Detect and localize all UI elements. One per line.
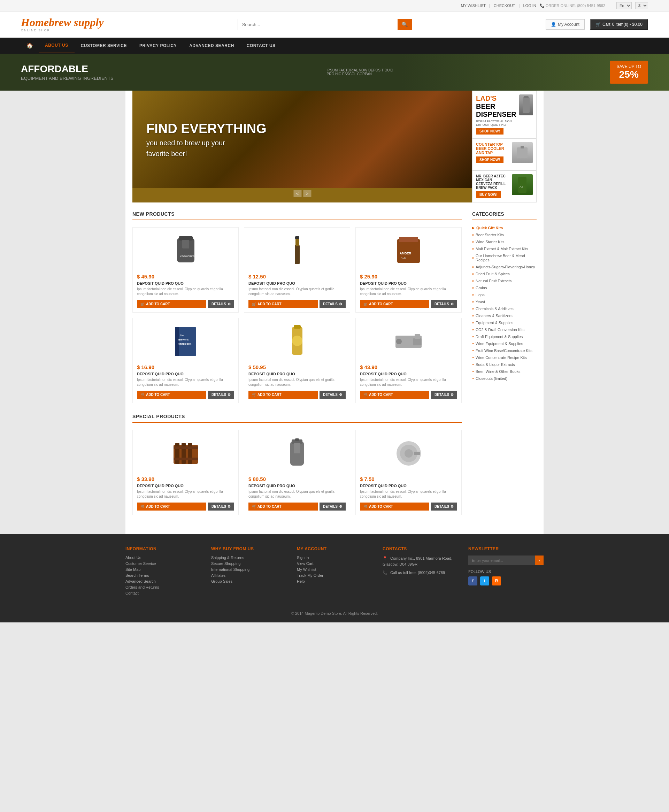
svg-text:AMBER: AMBER	[400, 252, 411, 255]
logo[interactable]: Homebrew supply ONLINE SHOP	[21, 17, 104, 32]
ad1-title: LAD'S BEER DISPENSER	[476, 94, 516, 118]
nav-home[interactable]: 🏠	[21, 38, 39, 54]
footer-affiliates[interactable]: Affiliates	[211, 573, 286, 577]
ad3-buy-now[interactable]: BUY NOW!	[476, 191, 501, 198]
footer-help[interactable]: Help	[297, 579, 372, 583]
checkout-link[interactable]: CHECKOUT	[494, 3, 515, 8]
category-hops[interactable]: » Hops	[472, 291, 536, 298]
footer-customer-service[interactable]: Customer Service	[126, 562, 201, 566]
details-2[interactable]: DETAILS ⚙	[319, 300, 346, 308]
cat-arrow-icon: ▶	[472, 226, 474, 230]
social-icons: f t R	[468, 577, 543, 585]
category-co2[interactable]: » CO2 & Draft Conversion Kits	[472, 326, 536, 333]
slider-prev[interactable]: <	[293, 190, 301, 197]
facebook-icon[interactable]: f	[468, 577, 477, 585]
add-to-cart-4[interactable]: 🛒ADD TO CART	[137, 391, 206, 399]
login-link[interactable]: LOG IN	[523, 3, 536, 8]
footer-search-terms[interactable]: Search Terms	[126, 573, 201, 577]
category-beer-starter[interactable]: » Beer Starter Kits	[472, 231, 536, 239]
ad3-title: MR. BEER AZTEC MEXICAN CERVEZA REFILL BR…	[476, 174, 509, 190]
category-grains[interactable]: » Grains	[472, 284, 536, 291]
product-card-2: $ 12.50 DEPOSIT QUID PRO QUO Ipsum facto…	[244, 227, 350, 313]
add-to-cart-6[interactable]: 🛒ADD TO CART	[360, 391, 429, 399]
add-to-cart-2[interactable]: 🛒ADD TO CART	[249, 300, 318, 308]
nav-contact-us[interactable]: CONTACT US	[240, 38, 282, 53]
category-draft[interactable]: » Draft Equipment & Supplies	[472, 333, 536, 340]
new-products-grid: KEGWORKS $ 45.90 DEPOSIT QUID PRO QUO Ip…	[133, 227, 462, 403]
rss-icon[interactable]: R	[492, 577, 501, 585]
details-3[interactable]: DETAILS ⚙	[431, 300, 457, 308]
special-details-3[interactable]: DETAILS ⚙	[431, 503, 457, 511]
my-account-button[interactable]: 👤 My Account	[546, 19, 585, 30]
add-to-cart-1[interactable]: 🛒ADD TO CART	[137, 300, 206, 308]
special-details-1[interactable]: DETAILS ⚙	[208, 503, 234, 511]
footer-group-sales[interactable]: Group Sales	[211, 579, 286, 583]
special-product-img-3	[360, 434, 457, 472]
details-5[interactable]: DETAILS ⚙	[319, 391, 346, 399]
details-6[interactable]: DETAILS ⚙	[431, 391, 457, 399]
special-details-2[interactable]: DETAILS ⚙	[319, 503, 346, 511]
category-yeast[interactable]: » Yeast	[472, 298, 536, 305]
category-natural-fruit[interactable]: » Natural Fruit Extracts	[472, 277, 536, 284]
newsletter-submit[interactable]: ›	[535, 555, 543, 565]
svg-rect-3	[521, 146, 524, 148]
twitter-icon[interactable]: t	[480, 577, 489, 585]
footer-secure-shopping[interactable]: Secure Shopping	[211, 562, 286, 566]
special-add-to-cart-1[interactable]: 🛒ADD TO CART	[137, 503, 206, 511]
footer-about-us[interactable]: About Us	[126, 555, 201, 560]
details-1[interactable]: DETAILS ⚙	[208, 300, 234, 308]
special-add-to-cart-3[interactable]: 🛒ADD TO CART	[360, 503, 429, 511]
nav-about-us[interactable]: ABOUT US	[39, 38, 74, 53]
category-chemicals[interactable]: » Chemicals & Additives	[472, 305, 536, 312]
category-books[interactable]: » Beer, Wine & Other Books	[472, 368, 536, 375]
category-wine-concentrate[interactable]: » Wine Concentrate Recipe Kits	[472, 354, 536, 361]
svg-text:KEGWORKS: KEGWORKS	[180, 255, 195, 257]
footer-track-order[interactable]: Track My Order	[297, 573, 372, 577]
top-bar-right: En $	[616, 2, 648, 9]
language-select[interactable]: En	[616, 2, 632, 9]
search-input[interactable]	[238, 19, 412, 30]
category-homebrew-beer[interactable]: » Our Homebrew Beer & Mead Recipes	[472, 252, 536, 264]
footer-international[interactable]: International Shopping	[211, 567, 286, 572]
category-adjuncts[interactable]: » Adjuncts-Sugars-Flavorings-Honey	[472, 264, 536, 271]
category-wine-equipment[interactable]: » Wine Equipment & Supplies	[472, 340, 536, 347]
category-equipment[interactable]: » Equipment & Supplies	[472, 319, 536, 326]
slider-next[interactable]: >	[303, 190, 311, 197]
currency-select[interactable]: $	[635, 2, 648, 9]
details-4[interactable]: DETAILS ⚙	[208, 391, 234, 399]
footer-shipping-returns[interactable]: Shipping & Returns	[211, 555, 286, 560]
category-malt-extract[interactable]: » Malt Extract & Malt Extract Kits	[472, 245, 536, 252]
footer-view-cart[interactable]: View Cart	[297, 562, 372, 566]
footer-orders-returns[interactable]: Orders and Returns	[126, 585, 201, 589]
nav-customer-service[interactable]: CUSTOMER SERVICE	[74, 38, 133, 53]
footer-my-wishlist[interactable]: My Wishlist	[297, 567, 372, 572]
nav-advanced-search[interactable]: ADVANCED SEARCH	[183, 38, 240, 53]
footer-contact[interactable]: Contact	[126, 591, 201, 595]
svg-text:Handbook: Handbook	[178, 342, 192, 345]
newsletter-input[interactable]	[468, 555, 535, 565]
sidebar: CATEGORIES ▶ Quick Gift Kits » Beer Star…	[472, 211, 536, 526]
category-wine-starter[interactable]: » Wine Starter Kits	[472, 239, 536, 245]
footer-advanced-search[interactable]: Advanced Search	[126, 579, 201, 583]
cat-arrow-icon: »	[472, 370, 474, 373]
wishlist-link[interactable]: MY WISHLIST	[461, 3, 486, 8]
search-button[interactable]: 🔍	[398, 19, 412, 30]
ad1-shop-now[interactable]: SHOP NOW!	[476, 128, 504, 134]
category-quick-gift[interactable]: ▶ Quick Gift Kits	[472, 224, 536, 231]
product-actions-6: 🛒ADD TO CART DETAILS ⚙	[360, 391, 457, 399]
footer-sign-in[interactable]: Sign In	[297, 555, 372, 560]
special-add-to-cart-2[interactable]: 🛒ADD TO CART	[249, 503, 318, 511]
category-cleaners[interactable]: » Cleaners & Sanitizers	[472, 312, 536, 319]
category-closeouts[interactable]: » Closeouts (limited)	[472, 375, 536, 382]
category-dried-fruit[interactable]: » Dried Fruit & Spices	[472, 271, 536, 277]
cat-arrow-icon: »	[472, 256, 474, 260]
add-to-cart-5[interactable]: 🛒ADD TO CART	[249, 391, 318, 399]
add-to-cart-3[interactable]: 🛒ADD TO CART	[360, 300, 429, 308]
ad2-shop-now[interactable]: SHOP NOW!	[476, 156, 504, 163]
footer-site-map[interactable]: Site Map	[126, 567, 201, 572]
nav-privacy-policy[interactable]: PRIVACY POLICY	[133, 38, 183, 53]
cart-button[interactable]: 🛒 Cart 0 item(s) - $0.00	[590, 19, 648, 30]
category-fruit-wine[interactable]: » Fruit Wine Base/Concentrate Kits	[472, 347, 536, 354]
category-soda[interactable]: » Soda & Liquor Extracts	[472, 361, 536, 368]
special-product-card-3: $ 7.50 DEPOSIT QUID PRO QUO Ipsum factor…	[355, 430, 462, 515]
